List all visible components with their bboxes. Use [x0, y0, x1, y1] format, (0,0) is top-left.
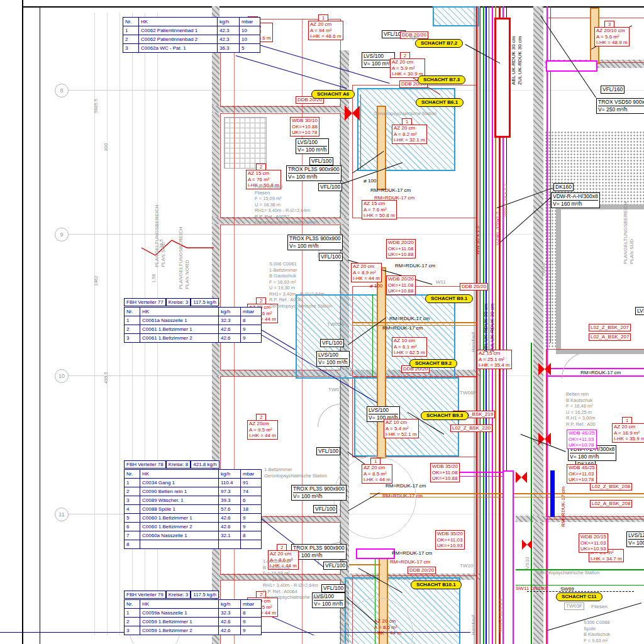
- label-line: UK=+10.88: [432, 475, 458, 482]
- label-line: AZ 20 cm: [270, 551, 297, 557]
- label-line: UK=+10.88: [388, 288, 414, 294]
- pipe: [547, 6, 548, 644]
- label-line: TROX PL3S 900x900: [293, 486, 345, 492]
- label-line: RM=RDUK-17 cm: [382, 325, 423, 331]
- label-line: V= 100 m³/h: [628, 539, 644, 547]
- rm-note: RM=RDUK-17 cm: [560, 487, 567, 527]
- label-line: WDB 4S/25: [569, 465, 595, 471]
- table-title-segment: FBH Verteiler 78: [124, 460, 166, 469]
- duct: [377, 106, 386, 190]
- table-cell: [219, 540, 241, 549]
- pipe: [550, 6, 551, 343]
- trox-box: TROX VSD50 900x300V= 250 m³/h: [596, 98, 644, 114]
- label-line: VFL/100: [311, 158, 331, 165]
- table-cell: 3: [125, 496, 140, 505]
- wall: [533, 6, 543, 644]
- table-title-segment: FBH Verteiler 79: [124, 591, 166, 599]
- circuit-number: 1: [622, 417, 632, 424]
- label-line: AZ 20 cm: [392, 59, 423, 65]
- label-line: TW06F: [460, 390, 476, 396]
- table-cell: 2: [123, 35, 139, 44]
- circuit-number: 2: [400, 52, 410, 59]
- table-cell: C0061a Nasszelle 1: [140, 316, 219, 325]
- label-line: S.006 C0061: [269, 261, 332, 267]
- room-text: Betten reinB KautschukF = 16,48 m²U = 16…: [566, 391, 596, 427]
- label-line: AZ 10 cm: [386, 419, 417, 426]
- room-text: PatientenbadFliesenF = 15,09 m²U = 16,38…: [255, 184, 318, 226]
- hvac-floor-plan: 891011 Nr.HKkg/hmbar1C0062 Patientinnenb…: [0, 0, 644, 644]
- label-line: AZ 20 cm: [310, 21, 341, 28]
- vfl-box: VFL/100: [309, 157, 333, 165]
- label-line: LVS/100: [369, 407, 398, 414]
- table-cell: HK: [140, 308, 219, 316]
- label-line: 499.5: [103, 372, 109, 384]
- label-line: WDB 35/20: [432, 464, 458, 470]
- dia-note: ø 100: [364, 178, 376, 184]
- label-line: TW05A: [327, 321, 344, 328]
- az-tag: 1AZ 20 cmA = 16.9 m²I-HK = 35.9 m: [612, 423, 644, 443]
- table-title: FBH Verteiler 78Kreise: 8421.8 kg/h: [124, 460, 262, 469]
- label-line: ABL UK-RDUK 30 cm: [483, 304, 489, 353]
- table-cell: Nr.: [125, 470, 140, 479]
- pipe: [480, 6, 480, 644]
- label-line: UK=+10.93: [437, 543, 463, 549]
- duct-note: ABL UK-RDUK 30 cm: [511, 36, 517, 86]
- label-line: U = 16,38 m: [255, 202, 318, 208]
- label-line: AZ 15 cm: [248, 170, 279, 177]
- label-line: RM=RDUK-17 cm: [382, 493, 423, 499]
- circuit-number: 1: [318, 14, 328, 21]
- table-cell: HK: [140, 600, 219, 609]
- label-line: I-HK = 44 m: [364, 477, 391, 483]
- label-line: L02_Z_BSK_220: [452, 425, 491, 431]
- grid-leader: [67, 234, 212, 235]
- label-line: SCHACHT B9.3: [426, 413, 463, 419]
- table-header-row: Nr.HKkg/hmbar: [125, 600, 262, 609]
- duct: [349, 564, 380, 565]
- table-cell: 42.3: [218, 35, 240, 44]
- label-line: VFL/100: [315, 506, 335, 513]
- table-cell: 57.6: [219, 505, 241, 514]
- vfl-box: VFL/160: [601, 86, 625, 94]
- table-row: 1C0061a Nasszelle 132.38: [125, 316, 262, 325]
- room-id: VS10: [525, 557, 531, 569]
- label-line: A = 5.6 m²: [596, 34, 628, 40]
- label-line: DDB 20/20: [462, 284, 486, 290]
- table-cell: 8: [241, 316, 262, 325]
- room-id: TW06F: [460, 390, 476, 396]
- label-line: SCHACHT B9.2: [415, 360, 452, 367]
- trox-box: TROX PL3S 900x900V= 100 m³/h: [287, 235, 343, 250]
- table-cell: mbar: [241, 470, 262, 479]
- table-cell: 5: [125, 514, 140, 523]
- vfl-box: VFL/100: [320, 339, 344, 347]
- bsk-tag: L02_A_BSK_208: [590, 500, 632, 508]
- label-line: RM=RDUK-17 cm: [374, 195, 414, 201]
- vfl-box: VFL/100: [313, 505, 337, 513]
- hatched-room: [433, 6, 479, 26]
- label-line: DDB 20/20: [409, 567, 434, 574]
- circuit-number: 2: [256, 414, 266, 421]
- zone-note: PLANGELTUNGSBEREICHPLAN SÜD: [623, 201, 635, 264]
- table-cell: 39.3: [219, 496, 241, 505]
- table-cell: 9: [241, 618, 262, 626]
- schacht-tag: SCHACHT B9.1: [425, 294, 473, 303]
- pipe: [372, 294, 373, 376]
- table-row: 1C0059a Nasszelle 132.38: [125, 609, 262, 618]
- label-line: F = 9,63 m²: [584, 638, 610, 644]
- table-title-segment: 421.8 kg/h: [191, 460, 219, 469]
- table-cell: Nr.: [123, 18, 139, 26]
- table-cell: C0088 Spüle 1: [140, 505, 219, 514]
- label-line: AZ 20cm: [249, 421, 276, 427]
- table-cell: 6: [241, 496, 262, 505]
- bsk-tag: L02_Z_BSK_207: [589, 324, 631, 331]
- grid-leader: [67, 375, 212, 376]
- sw-note: SW69: [560, 586, 574, 592]
- label-line: 5685.5: [93, 99, 99, 113]
- wdb-tag: WDB 30/10OK=+10.88UK=+10.78: [290, 117, 319, 136]
- label-line: AZ 20/10 cm: [596, 28, 628, 34]
- vfl-box: VFL/100: [319, 253, 343, 261]
- lvs-box: LVS/100V= 100 m³/h: [316, 351, 350, 367]
- table-cell: 42.6: [219, 514, 241, 523]
- table-cell: Nr.: [125, 308, 140, 316]
- label-line: A = 8.9 m²: [353, 270, 380, 276]
- label-line: VFL/100: [318, 448, 338, 455]
